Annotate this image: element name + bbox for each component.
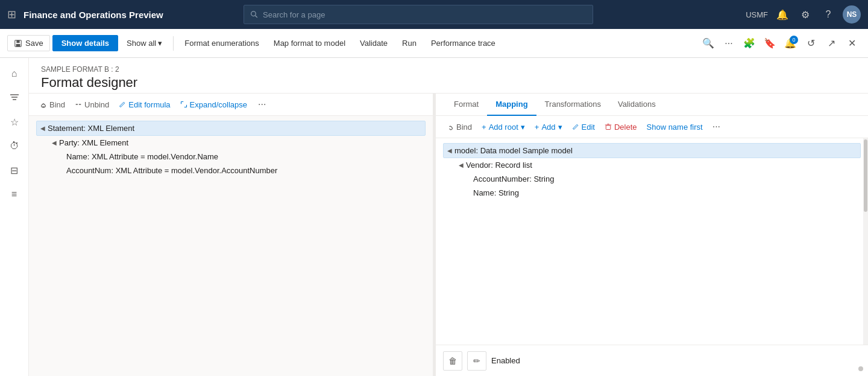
bind-button[interactable]: Bind [36, 98, 69, 111]
unlink-icon [75, 101, 82, 108]
show-details-button[interactable]: Show details [52, 35, 118, 51]
format-enumerations-button[interactable]: Format enumerations [178, 36, 265, 51]
page-header: SAMPLE FORMAT B : 2 Format designer [29, 58, 868, 94]
right-toolbar: Bind + Add root ▾ + Add ▾ [436, 116, 868, 138]
puzzle-icon-button[interactable]: 🧩 [740, 34, 758, 53]
tree-item-label-vendor: Vendor: Record list [466, 161, 532, 170]
add-root-chevron-icon: ▾ [521, 123, 525, 132]
content-area: SAMPLE FORMAT B : 2 Format designer Bind [29, 58, 868, 376]
sidebar-icon-clock[interactable]: ⏱ [4, 135, 25, 157]
show-all-button[interactable]: Show all ▾ [121, 36, 168, 51]
search-bar[interactable] [244, 5, 593, 24]
toggle-model[interactable]: ◀ [447, 147, 452, 154]
toolbar-separator-1 [173, 36, 174, 51]
svg-rect-5 [76, 104, 78, 105]
performance-trace-button[interactable]: Performance trace [425, 36, 502, 51]
save-button[interactable]: Save [7, 35, 50, 51]
toggle-party[interactable]: ◀ [52, 139, 57, 146]
show-name-first-button[interactable]: Show name first [643, 121, 706, 133]
expand-icon [180, 101, 187, 108]
settings-icon[interactable]: ⚙ [797, 6, 814, 23]
edit-button[interactable]: Edit [568, 121, 599, 133]
validate-button[interactable]: Validate [354, 36, 394, 51]
svg-rect-6 [79, 104, 81, 105]
save-icon [14, 39, 22, 48]
tree-item-model[interactable]: ◀ model: Data model Sample model [443, 143, 861, 158]
sidebar-icon-filter[interactable] [4, 87, 25, 109]
notification-badge: 0 [790, 36, 798, 44]
close-button[interactable]: ✕ [843, 34, 861, 53]
tree-item-accountnum[interactable]: AccountNum: XML Attribute = model.Vendor… [36, 164, 426, 177]
bottom-panel: 🗑 ✏ Enabled [436, 345, 868, 376]
search-icon [250, 10, 258, 19]
toggle-statement[interactable]: ◀ [40, 125, 45, 132]
nav-right: USMF 🔔 ⚙ ? NS [746, 5, 861, 24]
sidebar-icon-grid[interactable]: ⊟ [4, 159, 25, 181]
plus2-icon: + [535, 123, 539, 132]
tab-validations[interactable]: Validations [609, 94, 664, 116]
pencil-icon [119, 101, 126, 108]
toolbar-right: 🔍 ··· 🧩 🔖 🔔 0 ↺ ↗ ✕ [699, 34, 861, 53]
open-in-new-button[interactable]: ↗ [822, 34, 840, 53]
tab-format[interactable]: Format [445, 94, 487, 116]
bell-icon[interactable]: 🔔 [774, 6, 791, 23]
right-scrollbar-thumb[interactable] [864, 139, 867, 212]
search-input[interactable] [263, 10, 587, 19]
tab-transformations[interactable]: Transformations [536, 94, 609, 116]
left-toolbar-more-button[interactable]: ··· [254, 97, 269, 112]
edit-icon [572, 123, 579, 130]
sidebar-icon-star[interactable]: ☆ [4, 111, 25, 133]
search-button[interactable]: 🔍 [699, 34, 717, 53]
run-button[interactable]: Run [396, 36, 423, 51]
tree-item-namestring[interactable]: Name: String [443, 186, 861, 200]
avatar[interactable]: NS [843, 5, 861, 24]
bottom-delete-button[interactable]: 🗑 [443, 351, 462, 371]
tree-item-label-model: model: Data model Sample model [454, 146, 573, 155]
map-format-button[interactable]: Map format to model [268, 36, 351, 51]
toggle-vendor[interactable]: ◀ [459, 162, 464, 168]
unbind-button[interactable]: Unbind [71, 98, 113, 111]
delete-button[interactable]: Delete [601, 121, 641, 133]
svg-rect-3 [16, 40, 19, 42]
bookmark-icon-button[interactable]: 🔖 [761, 34, 779, 53]
svg-rect-4 [16, 43, 20, 46]
right-scrollbar[interactable] [863, 138, 868, 345]
svg-line-1 [255, 16, 257, 18]
tree-item-label-statement: Statement: XML Element [48, 124, 134, 133]
help-icon[interactable]: ? [820, 6, 837, 23]
tabs-bar: Format Mapping Transformations Validatio… [436, 94, 868, 116]
sidebar-icon-list[interactable]: ≡ [4, 183, 25, 205]
tree-item-accountnumber[interactable]: AccountNumber: String [443, 172, 861, 186]
add-root-button[interactable]: + Add root ▾ [478, 121, 529, 133]
tree-item-label-accountnumber: AccountNumber: String [473, 174, 554, 183]
trash-icon [605, 123, 612, 130]
bottom-edit-button[interactable]: ✏ [467, 351, 486, 371]
app-grid-icon[interactable]: ⊞ [7, 8, 16, 21]
left-toolbar: Bind Unbind Edit formula [29, 94, 433, 116]
refresh-button[interactable]: ↺ [802, 34, 820, 53]
tree-item-party[interactable]: ◀ Party: XML Element [36, 136, 426, 150]
notification-badge-button[interactable]: 🔔 0 [781, 34, 799, 53]
left-tree-view: ◀ Statement: XML Element ◀ Party: XML El… [29, 116, 433, 376]
sidebar-icon-home[interactable]: ⌂ [4, 63, 25, 84]
tree-item-name[interactable]: Name: XML Attribute = model.Vendor.Name [36, 150, 426, 164]
tab-mapping[interactable]: Mapping [487, 94, 536, 116]
status-dot [858, 366, 863, 371]
tree-item-vendor[interactable]: ◀ Vendor: Record list [443, 158, 861, 172]
link-icon [40, 101, 47, 108]
left-pane: Bind Unbind Edit formula [29, 94, 433, 376]
add-button[interactable]: + Add ▾ [531, 121, 566, 133]
right-toolbar-more-button[interactable]: ··· [709, 119, 724, 134]
app-title: Finance and Operations Preview [24, 10, 163, 20]
svg-rect-7 [606, 126, 611, 130]
plus-icon: + [482, 123, 486, 132]
more-options-button[interactable]: ··· [720, 34, 738, 53]
tree-item-label-accountnum: AccountNum: XML Attribute = model.Vendor… [66, 166, 277, 175]
breadcrumb: SAMPLE FORMAT B : 2 [41, 65, 856, 74]
right-pane: Format Mapping Transformations Validatio… [436, 94, 868, 376]
tree-item-label-namestring: Name: String [473, 188, 519, 197]
expand-collapse-button[interactable]: Expand/collapse [177, 98, 251, 111]
tree-item-statement[interactable]: ◀ Statement: XML Element [36, 121, 426, 136]
edit-formula-button[interactable]: Edit formula [115, 98, 174, 111]
right-bind-button[interactable]: Bind [443, 121, 476, 133]
